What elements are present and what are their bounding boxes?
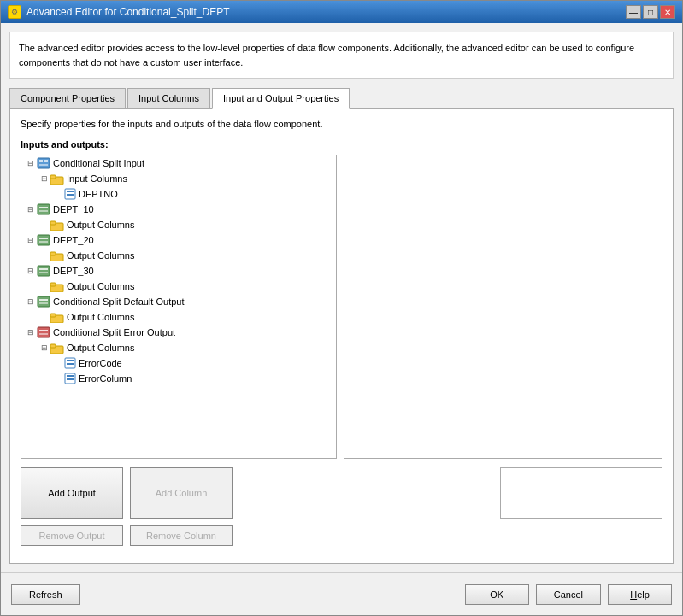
icon-error-output	[37, 326, 50, 338]
icon-folder-input-cols	[50, 173, 64, 185]
tab-input-columns[interactable]: Input Columns	[127, 88, 210, 109]
svg-rect-24	[38, 296, 50, 307]
svg-rect-3	[39, 164, 48, 166]
tree-panel[interactable]: ⊟ Conditional Split Input ⊟	[21, 155, 337, 459]
tree-label-errorcolumn: ErrorColumn	[79, 373, 132, 384]
icon-split-input	[37, 157, 50, 169]
svg-rect-9	[38, 204, 50, 214]
expand-icon-dept10: ⊟	[25, 203, 37, 215]
content-area: The advanced editor provides access to t…	[1, 23, 682, 572]
maximize-button[interactable]: □	[643, 5, 658, 19]
svg-rect-14	[38, 235, 50, 245]
tree-item-error-output[interactable]: ⊟ Conditional Split Error Output	[21, 325, 336, 340]
tree-item-output-cols-20[interactable]: ⊟ Output Columns	[21, 248, 336, 263]
svg-rect-33	[50, 344, 56, 348]
help-button[interactable]: Help	[608, 584, 672, 605]
close-button[interactable]: ✕	[660, 5, 675, 19]
tab-input-output-properties[interactable]: Input and Output Properties	[212, 88, 350, 109]
main-panel: Specify properties for the inputs and ou…	[9, 108, 674, 564]
tree-label-output-cols-error: Output Columns	[67, 343, 134, 353]
svg-rect-21	[39, 272, 48, 273]
add-column-button[interactable]: Add Column	[130, 467, 233, 519]
expand-icon-error-output: ⊟	[25, 326, 37, 338]
buttons-row-1: Add Output Add Column	[21, 467, 662, 519]
tree-item-input-columns[interactable]: ⊟ Input Columns	[21, 171, 336, 186]
expand-icon-default-output: ⊟	[25, 296, 37, 308]
tree-item-deptno[interactable]: ⊟ DEPTNO	[21, 186, 336, 202]
properties-panel	[344, 155, 662, 459]
window-icon: ⚙	[8, 5, 21, 19]
title-bar-controls: — □ ✕	[626, 5, 675, 19]
svg-rect-13	[50, 221, 56, 225]
tree-label-dept30: DEPT_30	[53, 266, 94, 276]
help-underline-h: H	[630, 590, 637, 600]
svg-rect-25	[39, 299, 48, 301]
svg-rect-29	[38, 327, 50, 337]
icon-col-errorcolumn	[64, 373, 76, 384]
icon-default-output	[37, 296, 50, 308]
tree-label-output-cols-10: Output Columns	[67, 220, 134, 230]
svg-rect-18	[50, 252, 56, 255]
svg-rect-36	[67, 363, 74, 365]
tree-item-errorcolumn[interactable]: ⊟ ErrorColumn	[21, 371, 336, 386]
tree-item-default-output[interactable]: ⊟ Conditional Split Default Output	[21, 294, 336, 309]
properties-lower-panel	[500, 467, 662, 519]
main-window: ⚙ Advanced Editor for Conditional_Split_…	[0, 0, 683, 616]
tree-label-error-output: Conditional Split Error Output	[53, 327, 175, 337]
inputs-outputs-label: Inputs and outputs:	[21, 139, 662, 150]
svg-rect-16	[39, 241, 48, 243]
window-title: Advanced Editor for Conditional_Split_DE…	[26, 6, 229, 18]
icon-folder-output-cols-20	[50, 250, 64, 261]
svg-rect-10	[39, 207, 48, 208]
svg-rect-31	[39, 333, 48, 335]
tree-label-output-cols-30: Output Columns	[67, 281, 134, 291]
svg-rect-28	[50, 314, 56, 317]
tab-component-properties[interactable]: Component Properties	[9, 88, 126, 109]
tree-item-output-cols-30[interactable]: ⊟ Output Columns	[21, 279, 336, 294]
tree-item-output-cols-10[interactable]: ⊟ Output Columns	[21, 217, 336, 232]
svg-rect-39	[67, 378, 74, 380]
tree-label-output-cols-20: Output Columns	[67, 250, 134, 261]
tree-label-conditional-split-input: Conditional Split Input	[53, 158, 144, 168]
title-bar: ⚙ Advanced Editor for Conditional_Split_…	[1, 1, 682, 23]
icon-folder-output-cols-10	[50, 220, 64, 231]
panel-description: Specify properties for the inputs and ou…	[21, 119, 662, 129]
svg-rect-20	[39, 268, 48, 270]
svg-rect-5	[50, 175, 56, 179]
tree-item-conditional-split-input[interactable]: ⊟ Conditional Split Input	[21, 155, 336, 171]
add-output-button[interactable]: Add Output	[21, 467, 123, 519]
svg-rect-11	[39, 210, 48, 212]
icon-dept10	[37, 203, 50, 215]
refresh-button[interactable]: Refresh	[11, 584, 80, 605]
expand-icon-dept30: ⊟	[25, 265, 37, 277]
icon-dept20	[37, 234, 50, 246]
svg-rect-38	[67, 375, 74, 377]
minimize-button[interactable]: —	[626, 5, 641, 19]
tree-label-errorcode: ErrorCode	[79, 358, 122, 368]
svg-rect-0	[38, 158, 50, 168]
cancel-button[interactable]: Cancel	[536, 584, 601, 605]
icon-folder-output-cols-error	[50, 343, 64, 354]
icon-folder-output-cols-default	[50, 312, 64, 323]
tree-item-dept30[interactable]: ⊟ DEPT_30	[21, 263, 336, 279]
svg-rect-30	[39, 330, 48, 331]
title-bar-left: ⚙ Advanced Editor for Conditional_Split_…	[8, 5, 229, 19]
expand-icon-output-cols-error: ⊟	[38, 342, 50, 354]
svg-rect-1	[39, 160, 43, 162]
tree-item-dept10[interactable]: ⊟ DEPT_10	[21, 202, 336, 217]
expand-icon-input-cols: ⊟	[38, 173, 50, 185]
tree-label-dept20: DEPT_20	[53, 235, 94, 245]
tree-label-dept10: DEPT_10	[53, 204, 94, 214]
tree-label-input-columns: Input Columns	[67, 173, 127, 184]
description-text: The advanced editor provides access to t…	[19, 43, 634, 67]
tree-item-errorcode[interactable]: ⊟ ErrorCode	[21, 355, 336, 371]
tree-label-deptno: DEPTNO	[79, 189, 118, 199]
tree-item-output-cols-error[interactable]: ⊟ Output Columns	[21, 340, 336, 355]
remove-column-button[interactable]: Remove Column	[130, 525, 233, 546]
svg-rect-19	[38, 266, 50, 276]
ok-button[interactable]: OK	[465, 584, 529, 605]
bottom-bar: Refresh OK Cancel Help	[1, 572, 682, 615]
tree-item-output-cols-default[interactable]: ⊟ Output Columns	[21, 309, 336, 325]
tree-item-dept20[interactable]: ⊟ DEPT_20	[21, 232, 336, 248]
remove-output-button[interactable]: Remove Output	[21, 525, 123, 546]
